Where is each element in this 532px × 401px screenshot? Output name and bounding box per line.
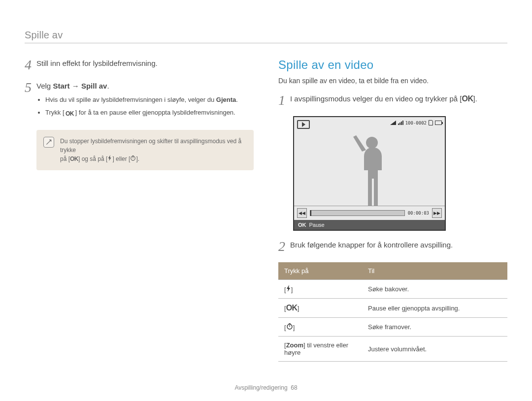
flash-icon: [286, 285, 291, 293]
right-column: Spille av en video Du kan spille av en v…: [278, 58, 507, 362]
page-header: Spille av: [25, 30, 507, 43]
step-2: 2 Bruk følgende knapper for å kontroller…: [278, 240, 507, 253]
step5-prefix: Velg: [36, 82, 53, 90]
th-press: Trykk på: [278, 262, 362, 280]
step-4: 4 Still inn effekt for lysbildefremvisni…: [25, 58, 254, 72]
signal-bars-icon: [398, 121, 403, 125]
rewind-button[interactable]: ◀◀: [297, 208, 307, 218]
cell-action: Pause eller gjenoppta avspilling.: [362, 299, 507, 318]
cell-key: []: [278, 280, 362, 299]
step-number: 5: [25, 81, 36, 94]
th-to: Til: [362, 262, 507, 280]
page-footer: Avspilling/redigering 68: [0, 384, 532, 391]
progress-track[interactable]: [310, 210, 405, 216]
svg-point-0: [131, 156, 135, 161]
ok-icon: OK: [298, 222, 306, 228]
note-l1: Du stopper lysbildefremvisningen og skif…: [60, 138, 241, 154]
table-row: [OK] Pause eller gjenoppta avspilling.: [278, 299, 507, 318]
cell-key: [Zoom] til venstre eller høyre: [278, 337, 362, 362]
table-row: [] Søke framover.: [278, 318, 507, 337]
battery-icon: [435, 121, 442, 125]
bullet-ok-pause: Trykk [OK] for å ta en pause eller gjeno…: [45, 108, 254, 118]
step-number: 4: [25, 58, 36, 72]
forward-button[interactable]: ▶▶: [432, 208, 442, 218]
step-text: I avspillingsmodus velger du en video og…: [290, 93, 507, 104]
b2-suffix: ] for å ta en pause eller gjenoppta lysb…: [75, 109, 235, 116]
step-1: 1 I avspillingsmodus velger du en video …: [278, 93, 507, 107]
s1-suffix: ].: [473, 94, 477, 103]
note-l2a: på [: [60, 155, 70, 162]
flash-icon: [107, 154, 112, 163]
step-text: Velg Start → Spill av. Hvis du vil spill…: [36, 81, 254, 120]
file-counter: 100-0002: [405, 121, 427, 125]
cell-action: Justere volumnivået.: [362, 337, 507, 362]
footer-page: 68: [291, 384, 297, 391]
play-mode-icon: [297, 120, 310, 129]
ok-icon: OK: [286, 304, 298, 312]
cell-key: [OK]: [278, 299, 362, 318]
step-number: 1: [278, 93, 290, 107]
cell-action: Søke framover.: [362, 318, 507, 337]
note-l2b: ] og så på [: [78, 155, 107, 162]
bullet-repeat: Hvis du vil spille av lysbildefremvisnin…: [45, 95, 254, 105]
card-icon: [429, 120, 433, 125]
b2-prefix: Trykk [: [45, 109, 65, 116]
note-text: Du stopper lysbildefremvisningen og skif…: [60, 137, 247, 163]
screen-status: 100-0002: [390, 120, 442, 125]
step-text: Still inn effekt for lysbildefremvisning…: [36, 58, 254, 68]
table-row: [Zoom] til venstre eller høyre Justere v…: [278, 337, 507, 362]
s1-prefix: I avspillingsmodus velger du en video og…: [290, 94, 462, 103]
ok-icon: OK: [65, 110, 75, 117]
table-header-row: Trykk på Til: [278, 262, 507, 280]
cell-key: []: [278, 318, 362, 337]
section-title: Spille av en video: [278, 58, 507, 72]
footer-label: Pause: [309, 222, 325, 228]
r4b: Zoom: [286, 341, 303, 349]
video-screenshot: 100-0002 ◀◀ 00:00:03 ▶▶ OK Paus: [293, 116, 507, 231]
section-desc: Du kan spille av en video, ta et bilde f…: [278, 77, 507, 85]
step5-emph: Start → Spill av: [53, 82, 107, 90]
video-progress-bar: ◀◀ 00:00:03 ▶▶: [294, 206, 445, 220]
svg-point-1: [366, 137, 378, 149]
ok-icon: OK: [70, 155, 78, 162]
note-l2d: ].: [136, 155, 139, 162]
b1-suffix: .: [236, 96, 238, 103]
timer-icon: [130, 154, 136, 163]
step-text: Bruk følgende knapper for å kontrollere …: [290, 240, 507, 250]
controls-table: Trykk på Til [] Søke bakover. [OK] Pause…: [278, 262, 507, 362]
footer-section: Avspilling/redigering: [234, 384, 287, 391]
timer-icon: [286, 323, 293, 331]
person-silhouette: [347, 132, 392, 206]
elapsed-time: 00:00:03: [408, 211, 429, 216]
cell-action: Søke bakover.: [362, 280, 507, 299]
memory-icon: [390, 121, 396, 125]
step-5: 5 Velg Start → Spill av. Hvis du vil spi…: [25, 81, 254, 120]
screen-footer: OK Pause: [294, 220, 445, 230]
table-row: [] Søke bakover.: [278, 280, 507, 299]
note-box: Du stopper lysbildefremvisningen og skif…: [36, 130, 254, 170]
b1-prefix: Hvis du vil spille av lysbildefremvisnin…: [45, 96, 216, 103]
left-column: 4 Still inn effekt for lysbildefremvisni…: [25, 58, 254, 362]
step-number: 2: [278, 240, 290, 253]
step5-suffix: .: [107, 82, 109, 90]
ok-icon: OK: [462, 94, 473, 103]
b1-emph: Gjenta: [216, 96, 236, 103]
note-icon: [43, 137, 54, 148]
note-l2c: ] eller [: [112, 155, 130, 162]
